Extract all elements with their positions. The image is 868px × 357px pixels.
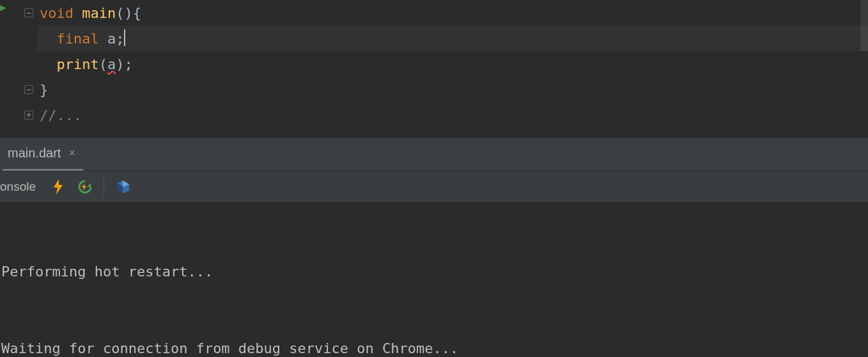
fold-collapse-icon[interactable]: − [24, 8, 33, 17]
console-tab[interactable]: onsole [0, 180, 40, 194]
code-token [74, 5, 82, 21]
code-token: a [107, 56, 116, 72]
hot-restart-icon[interactable] [77, 178, 93, 195]
gutter-line: ▶− [0, 0, 37, 26]
tab-label: main.dart [8, 146, 61, 161]
fold-collapse-icon[interactable]: − [24, 85, 33, 94]
code-line[interactable]: //... [37, 102, 868, 128]
gutter-line [0, 26, 37, 51]
code-line[interactable]: print(a); [37, 51, 868, 77]
code-token [99, 31, 107, 47]
fold-expand-icon[interactable]: + [24, 111, 33, 120]
code-token: print [57, 56, 99, 72]
code-editor[interactable]: ▶−−+ void main(){ final a; print(a);}//.… [0, 0, 868, 137]
code-token: ); [116, 56, 133, 72]
code-token: ( [99, 56, 107, 72]
dart-icon [114, 178, 131, 195]
run-tab-strip: main.dart × [0, 137, 868, 171]
code-token: a [107, 31, 116, 47]
code-token: //... [40, 107, 82, 123]
editor-scrollbar-thumb[interactable] [860, 0, 868, 51]
code-lines[interactable]: void main(){ final a; print(a);}//... [37, 0, 868, 128]
lightning-icon[interactable] [50, 178, 66, 195]
code-line[interactable]: void main(){ [37, 0, 868, 26]
close-icon[interactable]: × [68, 147, 75, 160]
text-caret [124, 29, 125, 46]
editor-gutter: ▶−−+ [0, 0, 37, 137]
code-token: } [40, 82, 48, 98]
code-token: ; [116, 31, 124, 47]
console-line: Performing hot restart... [0, 259, 868, 285]
gutter-line: + [0, 102, 37, 128]
code-line[interactable]: final a; [37, 26, 868, 51]
code-line[interactable]: } [37, 77, 868, 102]
toolbar-divider [104, 177, 104, 196]
run-gutter-icon[interactable]: ▶ [0, 1, 6, 13]
code-token: (){ [116, 5, 141, 21]
code-token: void [40, 5, 74, 21]
gutter-line: − [0, 77, 37, 102]
tab-main-dart[interactable]: main.dart × [3, 138, 83, 171]
run-toolbar: onsole [0, 171, 868, 202]
console-line: Waiting for connection from debug servic… [0, 336, 868, 357]
console-output[interactable]: Performing hot restart... Waiting for co… [0, 202, 868, 357]
code-token: main [82, 5, 116, 21]
code-token: final [57, 31, 99, 47]
gutter-line [0, 51, 37, 77]
